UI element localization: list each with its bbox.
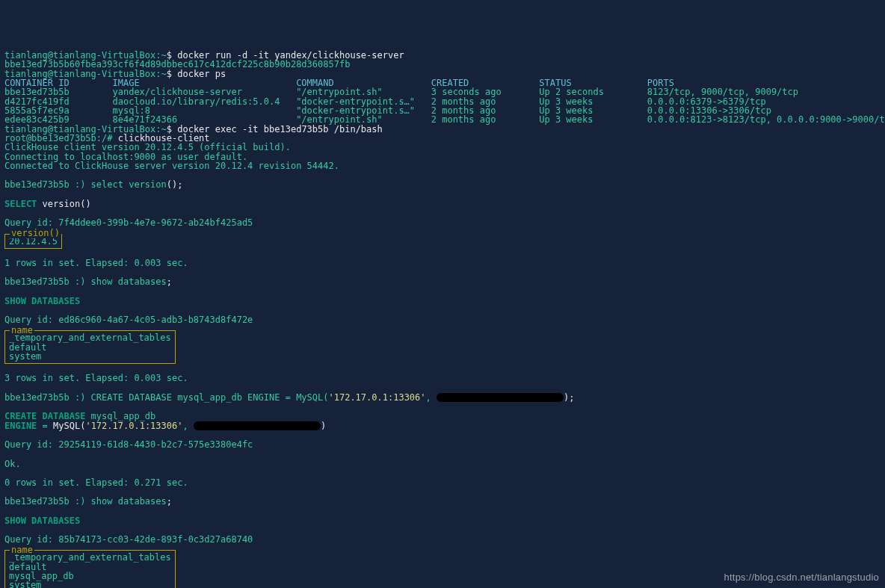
sql-echo: SELECT (4, 199, 37, 209)
clickhouse-prompt: bbe13ed73b5b :) (4, 496, 85, 507)
sql-echo: SHOW DATABASES (4, 296, 80, 306)
query-id: Query id: 85b74173-cc03-42de-893f-0c3d27… (4, 534, 253, 545)
result-summary: 1 rows in set. Elapsed: 0.003 sec. (4, 258, 188, 268)
watermark: https://blog.csdn.net/tianlangstudio (724, 572, 879, 582)
result-box: name_temporary_and_external_tables defau… (4, 550, 176, 588)
sql-echo: ENGINE (4, 421, 37, 431)
sql-input[interactable]: show databases (91, 496, 167, 507)
sql-string: '172.17.0.1:13306' (85, 421, 182, 431)
clickhouse-prompt: bbe13ed73b5b :) (4, 392, 85, 403)
query-id: Query id: 29254119-61d8-4430-b2c7-575e33… (4, 439, 253, 450)
redacted-arg (194, 421, 321, 430)
query-id: Query id: ed86c960-4a67-4c05-adb3-b8743d… (4, 315, 253, 325)
sql-input[interactable]: show databases (91, 276, 167, 287)
output-text: Connected to ClickHouse server version 2… (4, 161, 339, 171)
result-summary: 3 rows in set. Elapsed: 0.003 sec. (4, 373, 188, 383)
redacted-arg (437, 393, 564, 402)
sql-echo: version() (43, 199, 91, 209)
sql-input[interactable]: select version (91, 179, 167, 190)
result-box: name_temporary_and_external_tables defau… (4, 330, 176, 364)
sql-string: '172.17.0.1:13306' (329, 392, 426, 403)
ps-rows: bbe13ed73b5b yandex/clickhouse-server "/… (4, 87, 885, 125)
sql-echo: SHOW DATABASES (4, 516, 80, 526)
sql-echo: MySQL (53, 421, 80, 431)
result-box: version()20.12.4.5 (4, 234, 62, 249)
result-summary: 0 rows in set. Elapsed: 0.271 sec. (4, 477, 188, 488)
query-id: Query id: 7f4ddee0-399b-4e7e-9672-ab24bf… (4, 217, 253, 228)
clickhouse-prompt: bbe13ed73b5b :) (4, 276, 85, 287)
clickhouse-prompt: bbe13ed73b5b :) (4, 179, 85, 190)
sql-echo: = (43, 421, 48, 431)
sql-input[interactable]: CREATE DATABASE mysql_app_db ENGINE = My… (91, 392, 329, 403)
output-text: Ok. (4, 459, 21, 469)
